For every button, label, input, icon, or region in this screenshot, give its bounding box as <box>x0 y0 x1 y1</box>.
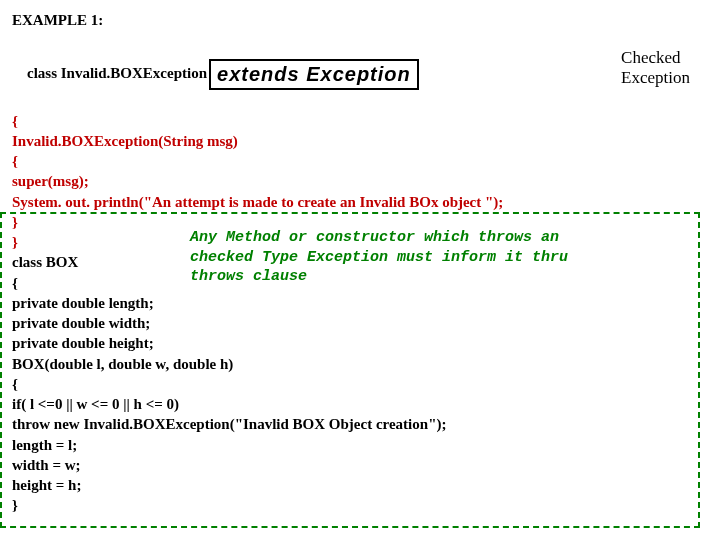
code-line: private double width; <box>12 313 708 333</box>
annotation-line: checked Type Exception must inform it th… <box>190 248 690 268</box>
annotation-line: Exception <box>621 68 690 88</box>
code-line: } <box>12 495 708 515</box>
code-line: height = h; <box>12 475 708 495</box>
code-line: { <box>12 111 708 131</box>
code-line: length = l; <box>12 435 708 455</box>
code-line: throw new Invalid.BOXException("Inavlid … <box>12 414 708 434</box>
annotation-line: throws clause <box>190 267 690 287</box>
code-line: Invalid.BOXException(String msg) <box>12 131 708 151</box>
code-line: System. out. println("An attempt is made… <box>12 192 708 212</box>
code-line: { <box>12 374 708 394</box>
class-decl-prefix: class Invalid.BOXException <box>27 65 207 81</box>
checked-exception-annotation: Checked Exception <box>621 48 690 87</box>
code-line: private double height; <box>12 333 708 353</box>
code-line: BOX(double l, double w, double h) <box>12 354 708 374</box>
annotation-line: Checked <box>621 48 690 68</box>
extends-exception-box: extends Exception <box>209 59 419 90</box>
code-line: { <box>12 151 708 171</box>
code-line: width = w; <box>12 455 708 475</box>
code-line: super(msg); <box>12 171 708 191</box>
code-line: private double length; <box>12 293 708 313</box>
code-line: if( l <=0 || w <= 0 || h <= 0) <box>12 394 708 414</box>
example-title: EXAMPLE 1: <box>12 12 708 29</box>
throws-clause-annotation: Any Method or constructor which throws a… <box>190 228 690 287</box>
annotation-line: Any Method or constructor which throws a… <box>190 228 690 248</box>
